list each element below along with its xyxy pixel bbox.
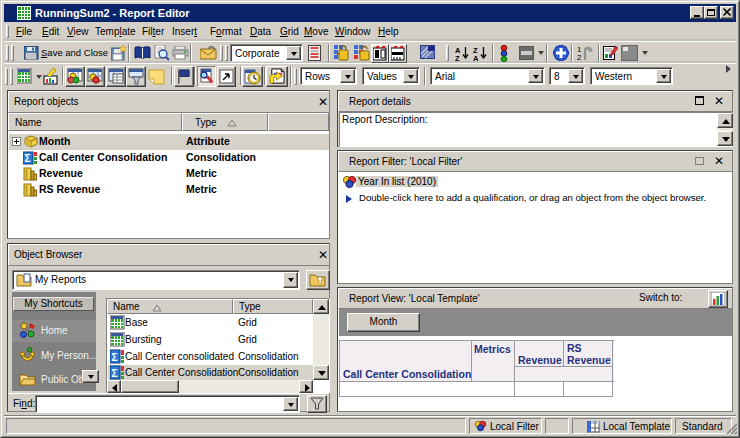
svg-text:2: 2 <box>577 53 582 61</box>
svg-text:Σ: Σ <box>25 153 31 164</box>
svg-text:Z: Z <box>455 54 460 61</box>
svg-text:A: A <box>473 54 479 61</box>
svg-text:Σ: Σ <box>112 352 118 363</box>
svg-text:Σ: Σ <box>112 368 118 379</box>
